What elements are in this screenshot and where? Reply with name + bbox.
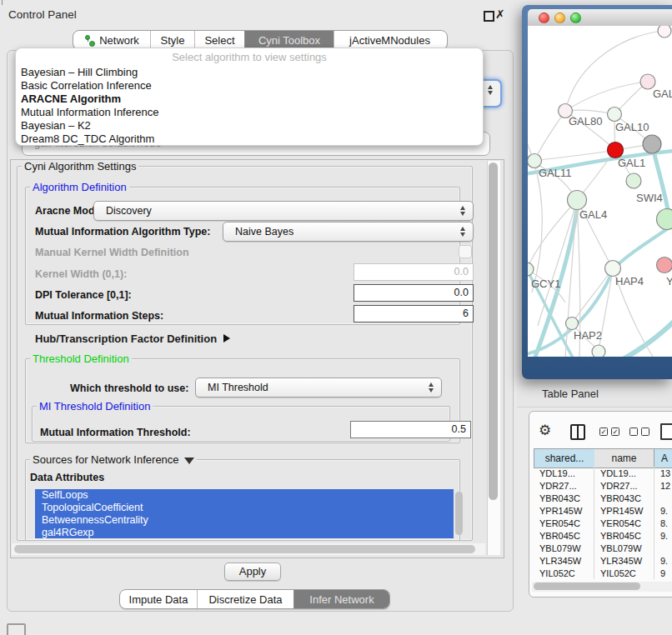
tab-style[interactable]: Style: [150, 31, 194, 49]
tab-infer-network[interactable]: Infer Network: [293, 590, 389, 608]
manual-kernel-checkbox[interactable]: [459, 245, 472, 258]
table-cell[interactable]: YLR345W: [594, 555, 654, 568]
table-cell[interactable]: YBR043C: [534, 492, 594, 505]
tab-impute-data[interactable]: Impute Data: [120, 590, 197, 608]
dropdown-item[interactable]: Bayesian – Hill Climbing: [21, 66, 138, 79]
table-cell[interactable]: YBL079W: [534, 542, 594, 555]
combo-arrows-icon: [429, 382, 434, 393]
vertical-scrollbar-thumb[interactable]: [489, 162, 498, 500]
tab-select[interactable]: Select: [194, 31, 244, 49]
tab-discretize-data[interactable]: Discretize Data: [197, 590, 293, 608]
network-canvas[interactable]: GAL GAL80 GAL10 GAL1 GAL11 SWI4 GAL4 GCY…: [528, 26, 672, 357]
network-icon: [84, 35, 95, 46]
table-cell[interactable]: YLR345W: [534, 555, 594, 568]
network-node[interactable]: [568, 191, 587, 210]
dropdown-item[interactable]: Bayesian – K2: [21, 119, 91, 132]
table-cell[interactable]: YER054C: [594, 518, 654, 530]
table-cell[interactable]: 9.: [654, 530, 672, 542]
aracne-mode-combo[interactable]: Discovery: [93, 201, 474, 221]
mi-type-combo[interactable]: Naive Bayes: [223, 222, 474, 242]
network-node[interactable]: [566, 318, 579, 330]
list-item[interactable]: SelfLoops: [35, 489, 454, 502]
minimized-panel-icon[interactable]: [7, 623, 26, 635]
table-cell[interactable]: YDL19...: [534, 468, 594, 480]
close-icon[interactable]: ✗: [495, 8, 505, 21]
select-all-checkbox-icon[interactable]: ✓: [611, 428, 619, 436]
zoom-traffic-light-icon[interactable]: [570, 12, 581, 23]
table-cell[interactable]: YBR043C: [594, 492, 654, 505]
tab-network[interactable]: Network: [73, 31, 150, 49]
kernel-width-field[interactable]: 0.0: [354, 263, 474, 281]
column-header-partial[interactable]: A: [654, 448, 672, 468]
column-header-shared-name[interactable]: shared...: [534, 448, 595, 468]
dropdown-item[interactable]: Mutual Information Inference: [21, 106, 158, 119]
table-cell[interactable]: 9.: [654, 555, 672, 568]
network-window-titlebar[interactable]: [528, 9, 672, 27]
dropdown-item-selected[interactable]: ARACNE Algorithm: [21, 92, 121, 106]
network-node[interactable]: [608, 108, 622, 122]
which-threshold-combo[interactable]: MI Threshold: [195, 378, 442, 398]
table-cell[interactable]: YBR045C: [594, 530, 654, 542]
group-title: Cyni Algorithm Settings: [22, 161, 138, 172]
gear-icon[interactable]: ⚙: [539, 423, 551, 438]
tab-cyni-toolbox[interactable]: Cyni Toolbox: [244, 31, 333, 49]
network-node[interactable]: [626, 173, 641, 188]
table-cell[interactable]: YPR145W: [534, 505, 594, 518]
hub-definition-toggle[interactable]: Hub/Transcription Factor Definition: [35, 332, 230, 345]
table-cell[interactable]: YPR145W: [594, 505, 654, 518]
network-node[interactable]: [657, 209, 672, 230]
network-node[interactable]: [605, 261, 621, 277]
export-table-icon[interactable]: [660, 423, 672, 440]
dpi-tolerance-field[interactable]: 0.0: [354, 284, 474, 302]
network-node[interactable]: [657, 258, 672, 273]
column-layout-icon[interactable]: [570, 424, 585, 440]
list-scrollbar-thumb[interactable]: [455, 492, 463, 535]
list-item[interactable]: gal4RGexp: [35, 527, 454, 538]
list-item[interactable]: BetweennessCentrality: [35, 514, 454, 527]
sources-toggle[interactable]: Sources for Network Inference: [30, 454, 197, 465]
network-node[interactable]: [643, 135, 661, 153]
tab-jactivemnodules[interactable]: jActiveMNodules: [333, 31, 445, 49]
table-cell[interactable]: 12: [654, 480, 672, 492]
node-label: HAP2: [574, 329, 602, 342]
table-cell[interactable]: YBL079W: [594, 542, 654, 555]
table-cell[interactable]: YBR045C: [534, 530, 594, 542]
bottom-tabbar: Impute Data Discretize Data Infer Networ…: [119, 589, 390, 609]
network-node[interactable]: [592, 345, 605, 357]
deselect-checkbox-icon[interactable]: [629, 428, 638, 436]
close-traffic-light-icon[interactable]: [539, 12, 549, 23]
table-cell[interactable]: YDL19...: [594, 468, 654, 480]
table-cell[interactable]: [654, 542, 672, 555]
table-cell[interactable]: YDR27...: [594, 480, 654, 492]
deselect-checkbox-icon[interactable]: [641, 428, 649, 436]
table-horizontal-scrollbar-thumb[interactable]: [534, 582, 640, 590]
table-cell[interactable]: 13: [654, 468, 672, 480]
mi-steps-field[interactable]: 6: [354, 305, 474, 322]
table-cell[interactable]: YIL052C: [534, 568, 594, 578]
table-cell[interactable]: 9: [654, 568, 672, 578]
table-cell[interactable]: [654, 492, 672, 505]
select-all-checkbox-icon[interactable]: ✓: [599, 428, 608, 436]
group-title: Threshold Definition: [30, 353, 132, 364]
table-cell[interactable]: YDR27...: [534, 480, 594, 492]
table-cell[interactable]: 9.: [654, 505, 672, 518]
network-node[interactable]: [528, 262, 534, 276]
network-node[interactable]: [528, 154, 542, 168]
mi-threshold-field[interactable]: 0.5: [350, 421, 471, 438]
network-node-selected[interactable]: [608, 142, 624, 158]
table-cell[interactable]: YIL052C: [594, 568, 654, 578]
apply-button[interactable]: Apply: [224, 562, 281, 581]
horizontal-scrollbar-thumb[interactable]: [14, 545, 475, 553]
minimize-traffic-light-icon[interactable]: [554, 12, 565, 23]
float-window-icon[interactable]: [484, 11, 494, 22]
dropdown-item[interactable]: Basic Correlation Inference: [21, 79, 152, 92]
table-cell[interactable]: 8.: [654, 518, 672, 530]
network-node[interactable]: [658, 26, 671, 38]
attribute-list[interactable]: SelfLoops TopologicalCoefficient Between…: [35, 489, 454, 538]
combo-arrows-icon: [460, 205, 466, 217]
dropdown-item[interactable]: Dream8 DC_TDC Algorithm: [21, 132, 154, 146]
column-header-name[interactable]: name: [594, 448, 654, 468]
list-item[interactable]: TopologicalCoefficient: [35, 502, 454, 514]
table-cell[interactable]: YER054C: [534, 518, 594, 530]
dropdown-prompt: Select algorithm to view settings: [16, 51, 483, 63]
